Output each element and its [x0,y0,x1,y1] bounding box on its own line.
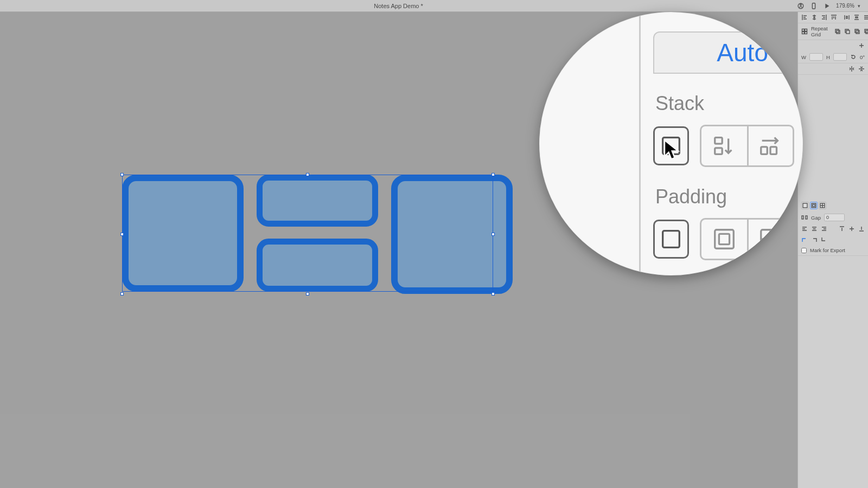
responsive-resize-auto-button[interactable]: Auto [653,31,794,74]
boolean-add-icon[interactable] [834,28,841,35]
play-prototype-icon[interactable] [823,2,831,10]
align-right-icon[interactable] [821,14,827,21]
responsive-auto-label: Auto [717,38,768,67]
align-row [798,12,868,23]
boolean-intersect-icon[interactable] [854,28,860,35]
gap-icon [801,214,808,221]
responsive-manual-icon[interactable] [819,202,826,209]
svg-rect-29 [663,231,680,248]
svg-rect-12 [855,29,858,33]
inspector-panel: Repeat Grid W H 0° Gap 0 [797,12,868,488]
cloud-sync-icon[interactable] [797,2,805,10]
valign-middle-icon[interactable] [848,226,855,232]
padding-section-label: Padding [655,185,794,208]
device-preview-icon[interactable] [810,2,818,10]
boolean-subtract-icon[interactable] [844,28,851,35]
magnifier-panel-divider [639,12,641,275]
svg-rect-25 [715,138,722,144]
valign-top-icon[interactable] [839,226,845,232]
add-icon[interactable] [858,42,865,49]
rotation-value[interactable]: 0° [860,54,865,60]
cursor-pointer-icon [662,139,684,163]
stack-horizontal-button[interactable] [747,126,793,165]
rounded-rect-shape[interactable] [122,175,244,292]
stack-vertical-button[interactable] [701,126,747,165]
zoom-level[interactable]: 179.6% [836,3,854,9]
selection-handle[interactable] [120,292,124,296]
svg-rect-4 [802,29,805,31]
pin-tl-icon[interactable] [801,236,808,243]
selection-handle[interactable] [492,173,495,176]
distribute-h-icon[interactable] [844,14,850,21]
text-align-row [798,223,868,234]
export-row: Mark for Export [798,245,868,256]
boolean-exclude-icon[interactable] [864,28,868,35]
zoom-dropdown-icon[interactable]: ▾ [858,3,860,9]
text-align-right-icon[interactable] [821,226,827,232]
distribute-v-icon[interactable] [853,14,860,21]
svg-rect-11 [846,30,850,34]
pin-bl-icon[interactable] [821,236,827,243]
gap-row: Gap 0 [798,211,868,223]
canvas-selection-group[interactable] [122,175,493,294]
svg-rect-5 [805,29,807,31]
flip-h-icon[interactable] [848,66,855,72]
constraint-row [798,234,868,245]
responsive-row [798,200,868,211]
mark-export-label: Mark for Export [810,247,845,253]
selection-handle[interactable] [492,233,495,236]
gap-label: Gap [811,215,821,221]
repeat-grid-row: Repeat Grid [798,23,868,40]
width-input[interactable] [809,53,823,61]
selection-handle[interactable] [120,233,124,236]
selection-handle[interactable] [120,173,124,176]
svg-rect-27 [761,147,768,154]
component-row [798,40,868,51]
rotation-reset-icon[interactable] [850,54,857,60]
text-align-center-icon[interactable] [811,226,818,232]
repeat-grid-icon[interactable] [801,28,808,35]
transform-row-1: W H 0° [798,51,868,63]
width-label: W [801,54,806,60]
padding-same-button[interactable] [701,220,747,259]
svg-rect-32 [761,230,780,249]
padding-none-button[interactable] [653,220,689,259]
svg-rect-6 [802,32,805,34]
repeat-grid-label: Repeat Grid [811,25,828,37]
height-label: H [826,54,830,60]
stack-direction-segment[interactable] [700,125,794,167]
svg-rect-2 [812,3,815,9]
svg-rect-30 [715,230,734,249]
rounded-rect-shape[interactable] [257,175,378,227]
padding-separate-button[interactable] [747,220,793,259]
align-top-icon[interactable] [831,14,837,21]
padding-mode-segment[interactable] [700,218,794,260]
mark-export-checkbox[interactable] [801,248,807,253]
selection-handle[interactable] [306,173,309,176]
responsive-auto-icon[interactable] [810,202,818,209]
flip-row [798,63,868,75]
gap-input[interactable]: 0 [824,214,845,221]
pin-tr-icon[interactable] [811,236,818,243]
selection-handle[interactable] [306,292,309,296]
height-input[interactable] [833,53,847,61]
align-hcenter-icon[interactable] [811,14,818,21]
more-align-icon[interactable] [863,14,868,21]
rounded-rect-shape[interactable] [257,239,378,292]
svg-rect-31 [719,234,729,244]
svg-rect-9 [837,30,840,34]
flip-v-icon[interactable] [858,66,865,72]
svg-rect-8 [835,29,839,33]
align-left-icon[interactable] [801,14,808,21]
svg-rect-18 [813,204,815,207]
selection-handle[interactable] [492,292,495,296]
responsive-off-icon[interactable] [801,202,809,209]
responsive-toggle[interactable] [801,202,826,209]
svg-rect-13 [856,30,859,34]
svg-rect-17 [812,203,816,208]
app-titlebar: Notes App Demo * 179.6% ▾ [0,0,868,12]
text-align-left-icon[interactable] [801,226,808,232]
valign-bottom-icon[interactable] [858,226,865,232]
svg-rect-28 [770,147,777,154]
magnifier-lens-overlay: Auto Stack Padding [539,12,803,275]
